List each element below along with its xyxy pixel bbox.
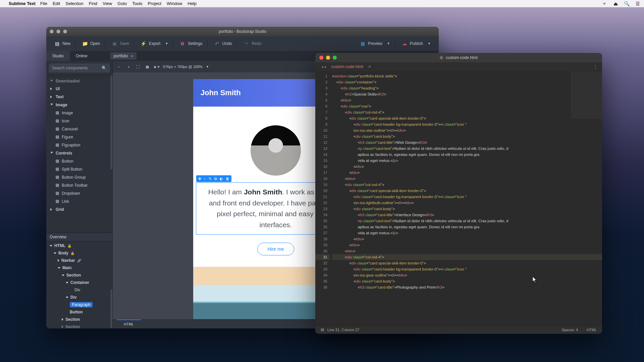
menu-help[interactable]: Help [187,1,197,6]
tab-prev-icon[interactable]: ◂ [321,64,323,69]
traffic-close-icon[interactable] [319,56,323,60]
component-figcaption: Figcaption [46,141,112,149]
preview-button[interactable]: ▦Preview▼ [355,39,395,49]
component-split-button: Split Button [46,165,112,173]
status-lang[interactable]: HTML [587,328,597,332]
search-input[interactable]: Search components 🔍 [49,64,110,72]
tab-next-icon[interactable]: ▸ [325,64,327,69]
close-tab-icon[interactable]: ✕ [130,54,133,58]
save-icon: ▣ [112,41,117,46]
lock-icon: 🔒 [67,244,71,248]
sublime-statusbar: ▤ Line 31, Column 27 Spaces: 4 HTML [315,325,602,334]
minimap[interactable] [571,72,602,119]
control-center-icon[interactable]: ☰ [636,1,640,6]
open-button[interactable]: 📁Open [77,39,105,49]
save-button[interactable]: ▣Save [107,39,134,49]
eject-icon[interactable]: ⏏ [613,1,618,6]
menu-tools[interactable]: Tools [132,1,142,6]
traffic-minimize-icon[interactable] [326,56,330,60]
new-button[interactable]: ▤New [50,39,75,49]
file-dot-icon [440,56,443,59]
export-button[interactable]: ⚡Export▼ [136,39,173,49]
menu-edit[interactable]: Edit [53,1,60,6]
macos-menubar: Sublime Text File Edit Selection Find Vi… [0,0,644,7]
zoom-in-icon[interactable]: ＋ [125,64,131,70]
bolt-icon: ⚡ [141,41,146,46]
menu-window[interactable]: Window [167,1,182,6]
wallpaper-boat [605,157,614,159]
traffic-minimize-icon[interactable] [56,29,60,34]
component-button-toolbar: Button Toolbar [46,181,112,189]
traffic-close-icon[interactable] [50,29,54,34]
fit-icon[interactable]: ⛶ [135,64,141,70]
app-title[interactable]: Sublime Text [9,1,36,6]
menu-file[interactable]: File [40,1,47,6]
menu-project[interactable]: Project [148,1,161,6]
lock-icon: 🔒 [70,251,74,255]
menu-goto[interactable]: Goto [117,1,127,6]
publish-button[interactable]: ☁Publish▼ [397,39,435,49]
component-link: Link [46,197,112,205]
component-dropdown: Dropdown [46,189,112,197]
settings-button[interactable]: ✿Settings [175,39,207,49]
main-toolbar: ▤New 📁Open ▣Save ⚡Export▼ ✿Settings ↶Und… [46,36,439,51]
status-menu-icon[interactable]: ▤ [321,327,324,332]
window-title: portfolio - Bootstrap Studio [219,29,266,34]
up-icon[interactable]: ↑ [204,177,206,181]
traffic-zoom-icon[interactable] [63,29,67,34]
hide-icon[interactable]: ◐ [220,177,223,181]
zoom-info[interactable]: 576px × 760px @ 100% [163,65,203,69]
undo-button[interactable]: ↶Undo [210,39,237,49]
tab-menu-icon[interactable]: ⋮ [593,64,597,69]
file-tab[interactable]: custom-code.html✕ [328,62,375,71]
component-carousel: Carousel [46,125,112,133]
search-icon: 🔍 [102,66,107,70]
redo-button[interactable]: ↷Redo [239,39,266,49]
wifi-icon[interactable]: ᯤ [603,1,607,6]
selection-toolbar[interactable]: ✥ ↑ ✎ ⧉ ◐ 🗑 [196,175,231,182]
window-titlebar[interactable]: portfolio - Bootstrap Studio [46,27,439,36]
tab-online[interactable]: Online [70,51,94,61]
component-button-group: Button Group [46,173,112,181]
selected-paragraph[interactable]: Paragraph [70,302,93,307]
link-icon: 🔗 [77,259,81,262]
sublime-window: custom-code.html ◂ ▸ custom-code.html✕ ⋮… [315,53,602,334]
trash-icon[interactable]: 🗑 [226,177,229,181]
component-image: Image [46,109,112,117]
file-icon: ▤ [54,41,60,46]
avatar-image[interactable] [251,125,301,176]
component-icon: Icon [46,117,112,125]
close-tab-icon[interactable]: ✕ [368,64,371,69]
redo-icon: ↷ [244,41,249,46]
tab-html[interactable]: HTML [117,319,141,328]
menu-find[interactable]: Find [89,1,97,6]
components-tree[interactable]: Downloaded UI Text Image Image Icon Caro… [46,75,112,233]
copy-icon[interactable]: ⧉ [214,177,217,181]
doc-tab-portfolio[interactable]: portfolio✕ [110,52,137,60]
tab-studio[interactable]: Studio [46,51,70,61]
spotlight-icon[interactable]: 🔍 [624,1,630,6]
grid-icon[interactable]: ▦ [144,64,150,70]
component-button: Button [46,157,112,165]
edit-icon[interactable]: ✎ [209,177,212,181]
menu-view[interactable]: View [103,1,112,6]
sublime-tabbar: ◂ ▸ custom-code.html✕ ⋮ [315,62,602,71]
status-position[interactable]: Line 31, Column 27 [327,328,359,332]
sublime-titlebar[interactable]: custom-code.html [315,53,602,62]
cloud-icon: ☁ [402,41,407,46]
hire-me-button[interactable]: Hire me [257,243,294,255]
code-editor[interactable]: <section class="portfolio-block skills">… [330,71,602,325]
move-icon[interactable]: ✥ [198,177,201,181]
menu-selection[interactable]: Selection [65,1,83,6]
line-gutter[interactable]: 1234567891011121314151617181920212223242… [315,71,330,325]
status-spaces[interactable]: Spaces: 4 [561,328,578,332]
traffic-zoom-icon[interactable] [333,56,337,60]
gear-icon: ✿ [180,41,185,46]
overview-tree[interactable]: HTML🔒 Body🔒 Navbar🔗 Main Section Contain… [46,241,112,328]
sidebar: Search components 🔍 Downloaded UI Text I… [46,61,113,328]
component-figure: Figure [46,133,112,141]
overview-header[interactable]: Overview [46,233,112,241]
folder-icon: 📁 [82,41,88,46]
layers-icon[interactable]: ◈ ▾ [154,64,160,70]
zoom-out-icon[interactable]: − [116,64,122,70]
